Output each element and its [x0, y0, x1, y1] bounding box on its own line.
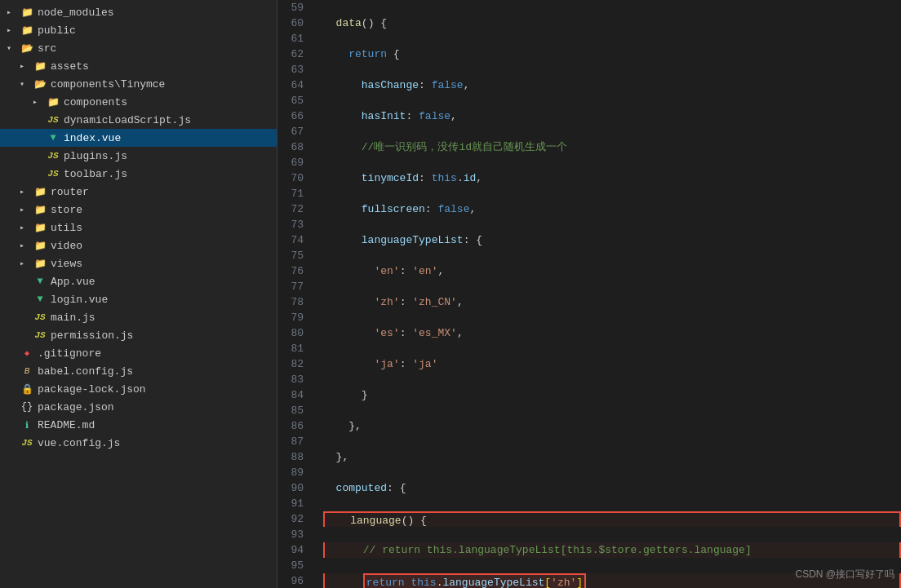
folder-icon: 📂 — [20, 42, 34, 55]
sidebar-item-label: permission.js — [51, 329, 133, 342]
sidebar-item-public[interactable]: 📁 public — [0, 21, 277, 39]
folder-icon: 📁 — [33, 60, 47, 73]
no-arrow — [7, 385, 20, 394]
js-icon: JS — [46, 151, 60, 161]
no-arrow — [33, 116, 46, 125]
sidebar-item-components-tinymce[interactable]: 📂 components\Tinymce — [0, 75, 277, 93]
line-72: }, — [323, 418, 901, 434]
sidebar-item-package-lock[interactable]: 🔒 package-lock.json — [0, 380, 277, 398]
folder-arrow — [20, 205, 33, 214]
js-icon: JS — [33, 312, 47, 322]
folder-icon: 📁 — [33, 204, 47, 216]
sidebar-item-utils[interactable]: 📁 utils — [0, 219, 277, 237]
folder-arrow — [20, 61, 33, 71]
sidebar-item-login-vue[interactable]: ▼ login.vue — [0, 290, 277, 308]
sidebar-item-src[interactable]: 📂 src — [0, 39, 277, 57]
vue-icon: ▼ — [33, 294, 47, 305]
js-icon: JS — [46, 115, 60, 125]
readme-icon: ℹ — [20, 420, 34, 431]
folder-icon: 📁 — [33, 186, 47, 198]
line-69: 'es': 'es_MX', — [323, 325, 901, 341]
line-70: 'ja': 'ja' — [323, 356, 901, 372]
line-75: language() { — [323, 511, 901, 527]
js-icon: JS — [20, 438, 34, 448]
folder-arrow — [20, 187, 33, 197]
sidebar-item-assets[interactable]: 📁 assets — [0, 57, 277, 75]
vue-icon: ▼ — [46, 132, 60, 144]
no-arrow — [33, 152, 46, 161]
line-66: languageTypeList: { — [323, 232, 901, 248]
sidebar-item-label: babel.config.js — [38, 365, 133, 378]
line-63: //唯一识别码，没传id就自己随机生成一个 — [323, 139, 901, 155]
sidebar-item-node-modules[interactable]: 📁 node_modules — [0, 3, 277, 21]
sidebar-item-index-vue[interactable]: ▼ index.vue — [0, 129, 277, 147]
git-icon: ◆ — [20, 348, 34, 358]
sidebar-item-app-vue[interactable]: ▼ App.vue — [0, 272, 277, 290]
sidebar-item-label: toolbar.js — [64, 168, 127, 180]
js-icon: JS — [46, 169, 60, 179]
code-content: data() { return { hasChange: false, hasI… — [317, 0, 901, 588]
line-61: hasChange: false, — [323, 77, 901, 93]
folder-icon: 📁 — [46, 96, 60, 108]
sidebar-item-label: login.vue — [51, 294, 108, 306]
sidebar-item-label: index.vue — [64, 132, 121, 144]
line-73: }, — [323, 449, 901, 465]
sidebar-item-plugins[interactable]: JS plugins.js — [0, 147, 277, 165]
sidebar-item-package-json[interactable]: {} package.json — [0, 398, 277, 416]
sidebar-item-vue-config[interactable]: JS vue.config.js — [0, 434, 277, 452]
folder-icon: 📁 — [33, 240, 47, 252]
sidebar-item-dynamic-load[interactable]: JS dynamicLoadScript.js — [0, 111, 277, 129]
babel-icon: B — [20, 366, 34, 376]
json-brackets-icon: {} — [20, 401, 34, 413]
no-arrow — [7, 421, 20, 430]
sidebar-item-label: App.vue — [51, 276, 95, 288]
sidebar-item-router[interactable]: 📁 router — [0, 183, 277, 201]
line-65: fullscreen: false, — [323, 201, 901, 217]
sidebar-item-label: router — [51, 186, 89, 198]
sidebar-item-components-sub[interactable]: 📁 components — [0, 93, 277, 111]
no-arrow — [33, 170, 46, 179]
folder-arrow — [7, 43, 20, 53]
folder-arrow — [20, 241, 33, 250]
code-area[interactable]: 59 60 61 62 63 64 65 66 67 68 69 70 71 7… — [277, 0, 901, 588]
line-59: data() { — [323, 15, 901, 31]
sidebar-item-label: README.md — [38, 419, 95, 431]
folder-arrow — [7, 7, 20, 17]
line-74: computed: { — [323, 480, 901, 496]
sidebar-item-label: video — [51, 240, 82, 252]
sidebar-item-store[interactable]: 📁 store — [0, 201, 277, 219]
folder-arrow — [20, 79, 33, 89]
sidebar-item-label: node_modules — [38, 7, 114, 19]
sidebar-item-video[interactable]: 📁 video — [0, 237, 277, 254]
sidebar-item-babel-config[interactable]: B babel.config.js — [0, 362, 277, 380]
sidebar-item-views[interactable]: 📁 views — [0, 254, 277, 272]
no-arrow — [7, 439, 20, 448]
line-71: } — [323, 387, 901, 403]
no-arrow — [20, 277, 33, 286]
line-76: // return this.languageTypeList[this.$st… — [323, 542, 901, 558]
sidebar-item-permission-js[interactable]: JS permission.js — [0, 326, 277, 344]
folder-icon: 📁 — [20, 24, 34, 37]
no-arrow — [20, 295, 33, 304]
line-62: hasInit: false, — [323, 108, 901, 124]
no-arrow — [7, 349, 20, 358]
watermark: CSDN @接口写好了吗 — [795, 568, 894, 581]
sidebar-item-toolbar[interactable]: JS toolbar.js — [0, 165, 277, 183]
sidebar-item-label: public — [38, 24, 76, 37]
line-64: tinymceId: this.id, — [323, 170, 901, 186]
no-arrow — [7, 367, 20, 376]
sidebar-item-label: dynamicLoadScript.js — [64, 114, 191, 126]
line-60: return { — [323, 46, 901, 62]
sidebar-item-label: .gitignore — [38, 347, 101, 360]
sidebar-item-label: views — [51, 258, 82, 270]
vue-icon: ▼ — [33, 276, 47, 287]
sidebar-item-main-js[interactable]: JS main.js — [0, 308, 277, 326]
no-arrow — [20, 313, 33, 322]
sidebar-item-gitignore[interactable]: ◆ .gitignore — [0, 344, 277, 362]
no-arrow — [20, 331, 33, 340]
line-numbers: 59 60 61 62 63 64 65 66 67 68 69 70 71 7… — [277, 0, 317, 588]
sidebar-item-label: components\Tinymce — [51, 78, 165, 91]
sidebar-item-readme[interactable]: ℹ README.md — [0, 416, 277, 434]
sidebar-item-label: plugins.js — [64, 150, 127, 162]
folder-icon: 📁 — [33, 258, 47, 270]
